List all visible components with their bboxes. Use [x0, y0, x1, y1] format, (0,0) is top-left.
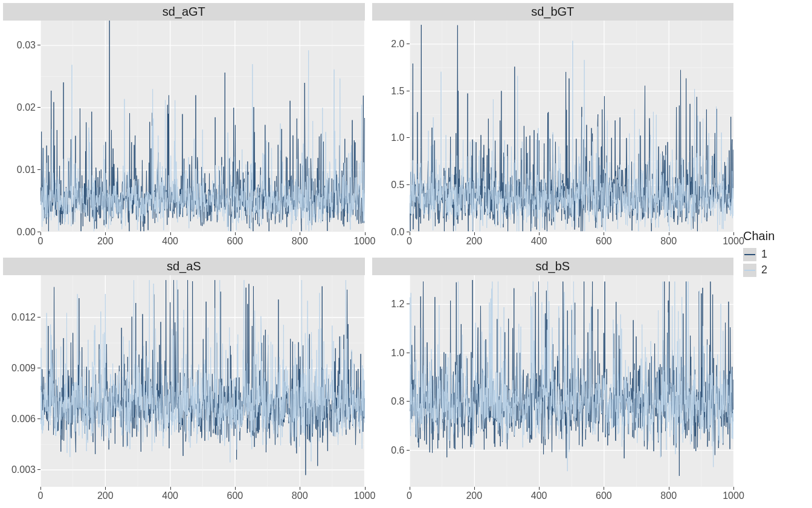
panel-sd_bS: sd_bS 0.60.81.01.2 02004006008001000: [372, 258, 734, 505]
panel-grid: sd_aGT 0.000.010.020.03 0200400600800100…: [3, 3, 733, 505]
y-tick-label: 1.5: [391, 86, 404, 97]
x-tick-label: 200: [466, 490, 482, 501]
y-tick-label: 0.006: [11, 414, 36, 425]
x-tick-label: 0: [38, 490, 44, 501]
facet-title: sd_aS: [3, 258, 365, 275]
y-tick-label: 0.009: [11, 363, 36, 374]
legend-label: 2: [761, 264, 767, 276]
x-axis: 02004006008001000: [410, 232, 734, 250]
x-tick-label: 0: [407, 236, 412, 247]
y-tick-label: 0.012: [11, 312, 36, 323]
legend-title: Chain: [743, 229, 806, 243]
x-tick-label: 600: [596, 236, 612, 247]
x-tick-label: 800: [292, 490, 308, 501]
x-axis: 02004006008001000: [410, 487, 734, 505]
x-tick-label: 1000: [723, 490, 744, 501]
y-axis: 0.60.81.01.2: [372, 275, 410, 505]
x-tick-label: 800: [660, 236, 677, 247]
figure: sd_aGT 0.000.010.020.03 0200400600800100…: [0, 0, 812, 508]
y-tick-label: 0.02: [17, 102, 36, 113]
x-tick-label: 600: [596, 490, 612, 501]
x-tick-label: 200: [97, 490, 114, 501]
y-axis: 0.00.51.01.52.0: [372, 21, 410, 250]
x-tick-label: 400: [162, 236, 178, 247]
x-tick-label: 1000: [723, 236, 744, 247]
legend-label: 1: [761, 248, 767, 261]
panel-sd_aS: sd_aS 0.0030.0060.0090.012 0200400600800…: [3, 258, 365, 505]
facet-title: sd_aGT: [3, 3, 365, 21]
panel-sd_bGT: sd_bGT 0.00.51.01.52.0 02004006008001000: [372, 3, 734, 250]
y-tick-label: 0.003: [11, 464, 36, 475]
legend-swatch-icon: [743, 264, 756, 277]
x-tick-label: 800: [292, 236, 308, 247]
panel-sd_aGT: sd_aGT 0.000.010.020.03 0200400600800100…: [3, 3, 365, 250]
x-tick-label: 600: [227, 236, 243, 247]
x-axis: 02004006008001000: [40, 232, 365, 250]
x-tick-label: 0: [38, 236, 44, 247]
facet-title: sd_bGT: [372, 3, 734, 21]
legend-swatch-icon: [743, 248, 756, 261]
y-tick-label: 0.6: [391, 445, 404, 456]
x-tick-label: 200: [466, 236, 482, 247]
x-tick-label: 0: [407, 490, 412, 501]
x-tick-label: 200: [97, 236, 114, 247]
y-tick-label: 0.0: [391, 227, 404, 238]
y-tick-label: 0.5: [391, 180, 404, 190]
facet-title: sd_bS: [372, 258, 734, 275]
y-tick-label: 1.0: [391, 348, 404, 359]
y-tick-label: 0.03: [17, 40, 36, 51]
y-tick-label: 1.0: [391, 132, 404, 143]
y-axis: 0.0030.0060.0090.012: [3, 275, 40, 505]
plot-area: [410, 21, 734, 232]
plot-area: [410, 275, 734, 487]
x-tick-label: 400: [531, 490, 547, 501]
x-tick-label: 400: [162, 490, 178, 501]
y-tick-label: 0.00: [17, 227, 36, 238]
x-tick-label: 800: [660, 490, 677, 501]
legend-item-chain2: 2: [743, 264, 806, 277]
plot-area: [40, 21, 365, 232]
legend-item-chain1: 1: [743, 248, 806, 261]
y-tick-label: 0.01: [17, 164, 36, 175]
x-tick-label: 600: [227, 490, 243, 501]
x-tick-label: 400: [531, 236, 547, 247]
y-axis: 0.000.010.020.03: [3, 21, 40, 250]
plot-area: [40, 275, 365, 487]
legend: Chain 1 2: [733, 3, 806, 505]
y-tick-label: 1.2: [391, 299, 404, 310]
y-tick-label: 2.0: [391, 39, 404, 50]
x-axis: 02004006008001000: [40, 487, 365, 505]
y-tick-label: 0.8: [391, 396, 404, 407]
